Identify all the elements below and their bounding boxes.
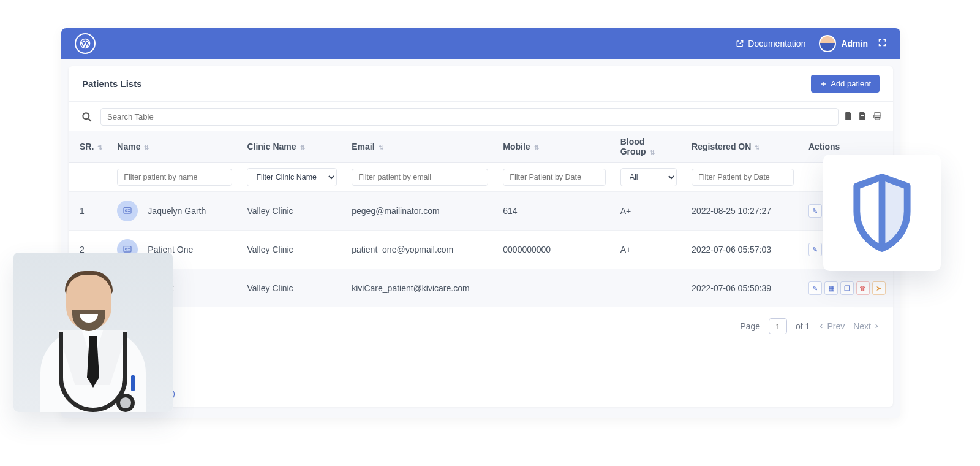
sort-icon: ⇅	[755, 144, 760, 151]
cell-blood	[613, 269, 684, 308]
add-patient-label: Add patient	[831, 79, 871, 88]
chevron-right-icon	[873, 323, 880, 329]
filter-clinic-select[interactable]: Filter Clinic Name	[247, 168, 337, 186]
filter-mobile-input[interactable]	[503, 169, 605, 186]
patients-table: SR.⇅ Name⇅ Clinic Name⇅ Email⇅ Mobile⇅ B…	[69, 131, 893, 307]
delete-icon[interactable]: 🗑	[856, 281, 870, 295]
copy-icon[interactable]: ❐	[840, 281, 854, 295]
search-input[interactable]	[100, 108, 839, 126]
cell-email: kiviCare_patient@kivicare.com	[344, 269, 496, 308]
edit-icon[interactable]: ✎	[809, 204, 822, 218]
cell-name: Jaquelyn Garth	[110, 192, 239, 231]
col-registered[interactable]: Registered ON⇅	[684, 131, 801, 163]
svg-point-9	[126, 248, 127, 250]
sort-icon: ⇅	[97, 144, 102, 151]
page-of-label: of 1	[796, 321, 810, 331]
page-label: Page	[740, 321, 760, 331]
cell-actions: ✎ ▦ ❐ 🗑 ➤	[801, 269, 893, 308]
next-button[interactable]: Next	[853, 321, 880, 331]
add-patient-button[interactable]: Add patient	[811, 75, 880, 93]
cell-email: patient_one@yopmail.com	[344, 231, 496, 269]
table-row: patient Valley Clinic kiviCare_patient@k…	[69, 269, 893, 308]
cell-mobile: 0000000000	[496, 231, 612, 269]
cell-mobile: 614	[496, 192, 612, 231]
cell-registered: 2022-07-06 05:50:39	[684, 269, 801, 308]
filter-registered-input[interactable]	[692, 169, 794, 186]
col-mobile[interactable]: Mobile⇅	[496, 131, 612, 163]
user-avatar-icon[interactable]	[819, 35, 836, 52]
external-link-icon	[736, 39, 744, 48]
svg-point-7	[126, 210, 127, 212]
search-icon[interactable]	[80, 110, 94, 124]
page-input[interactable]	[769, 318, 787, 334]
chevron-left-icon	[818, 323, 824, 329]
col-sr[interactable]: SR.⇅	[69, 131, 110, 163]
svg-rect-2	[861, 115, 864, 115]
cell-blood: A+	[613, 231, 684, 269]
cell-clinic: Valley Clinic	[239, 231, 344, 269]
filter-row: Filter Clinic Name All	[69, 163, 893, 192]
plus-icon	[820, 80, 827, 88]
user-name-label: Admin	[841, 39, 868, 48]
documentation-link[interactable]: Documentation	[736, 39, 805, 48]
export-pdf-icon[interactable]	[859, 112, 867, 123]
svg-point-1	[83, 113, 89, 119]
cell-blood: A+	[613, 192, 684, 231]
filter-name-input[interactable]	[117, 169, 232, 186]
calendar-icon[interactable]: ▦	[824, 281, 838, 295]
card-header: Patients Lists Add patient	[69, 66, 893, 102]
edit-icon[interactable]: ✎	[809, 281, 822, 295]
col-clinic[interactable]: Clinic Name⇅	[239, 131, 344, 163]
table-row: 2 Patient One Valley Clinic patient_one@…	[69, 231, 893, 269]
shield-badge-card	[823, 155, 941, 271]
prev-button[interactable]: Prev	[818, 321, 845, 331]
wordpress-logo-icon[interactable]	[75, 33, 96, 54]
col-email[interactable]: Email⇅	[344, 131, 496, 163]
col-blood[interactable]: Blood Group⇅	[613, 131, 684, 163]
cell-email: pegeg@mailinator.com	[344, 192, 496, 231]
app-window: Documentation Admin Patients Lists Add p…	[61, 28, 900, 418]
filter-email-input[interactable]	[352, 169, 488, 186]
patient-name: Jaquelyn Garth	[148, 206, 206, 216]
filter-blood-select[interactable]: All	[620, 168, 677, 186]
table-row: 1 Jaquelyn Garth Valley Clinic pegeg@mai…	[69, 192, 893, 231]
cell-registered: 2022-08-25 10:27:27	[684, 192, 801, 231]
patients-card: Patients Lists Add patient	[69, 66, 893, 407]
page-title: Patients Lists	[82, 78, 142, 89]
cell-clinic: Valley Clinic	[239, 269, 344, 308]
send-icon[interactable]: ➤	[872, 281, 886, 295]
documentation-label: Documentation	[748, 39, 805, 48]
print-icon[interactable]	[873, 112, 882, 123]
table-header-row: SR.⇅ Name⇅ Clinic Name⇅ Email⇅ Mobile⇅ B…	[69, 131, 893, 163]
pagination: Page of 1 Prev Next	[69, 307, 893, 345]
search-row	[69, 102, 893, 131]
sort-icon: ⇅	[650, 149, 655, 156]
sort-icon: ⇅	[144, 144, 149, 151]
topbar: Documentation Admin	[61, 28, 900, 59]
shield-icon	[848, 173, 916, 253]
cell-mobile	[496, 269, 612, 308]
cell-sr: 1	[69, 192, 110, 231]
sort-icon: ⇅	[379, 144, 383, 151]
col-name[interactable]: Name⇅	[110, 131, 239, 163]
fullscreen-icon[interactable]	[878, 38, 887, 50]
sort-icon: ⇅	[534, 144, 539, 151]
sort-icon: ⇅	[300, 144, 305, 151]
cell-clinic: Valley Clinic	[239, 192, 344, 231]
export-csv-icon[interactable]	[845, 112, 853, 123]
export-tools	[845, 112, 882, 123]
doctor-photo-card	[13, 253, 173, 412]
cell-registered: 2022-07-06 05:57:03	[684, 231, 801, 269]
user-avatar-icon	[117, 201, 138, 221]
edit-icon[interactable]: ✎	[809, 243, 822, 256]
